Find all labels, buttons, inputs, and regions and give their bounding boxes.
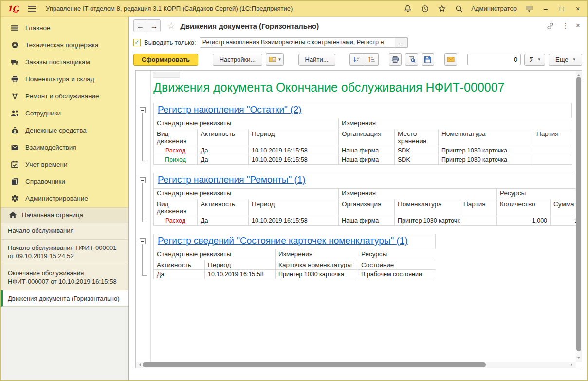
sidebar-item-label: Главное: [25, 24, 51, 32]
history-icon[interactable]: [420, 4, 430, 14]
horizontal-scrollbar[interactable]: [136, 362, 576, 368]
minimize-button[interactable]: –: [541, 5, 550, 13]
preview-button[interactable]: [405, 53, 418, 66]
sidebar-item-time[interactable]: Учет времени: [1, 156, 128, 173]
column-header-cell: Состояние: [358, 260, 436, 270]
back-button[interactable]: ←: [134, 20, 147, 32]
save-button[interactable]: [422, 53, 434, 66]
sidebar-item-stock[interactable]: Номенклатура и склад: [1, 71, 128, 88]
add-favorite-star-icon[interactable]: ☆: [167, 20, 175, 31]
column-header-cell: Активность: [154, 260, 205, 270]
close-form-button[interactable]: ×: [576, 21, 580, 30]
column-header-cell: Активность: [198, 129, 249, 146]
collapse-group-line: [142, 244, 147, 276]
collapse-groups-button[interactable]: [349, 53, 364, 66]
table-cell: 10.10.2019 16:15:58: [249, 216, 339, 226]
group-header-cell: Ресурсы: [358, 249, 436, 260]
report-spreadsheet: Движения документа Окончание обслуживани…: [135, 70, 582, 368]
section-link[interactable]: Регистр сведений "Состояние карточек ном…: [158, 235, 408, 246]
section-heading: Регистр накопления "Ремонты" (1): [153, 173, 576, 188]
sidebar-item-main[interactable]: Главное: [1, 19, 128, 37]
print-button[interactable]: [389, 53, 402, 66]
favorites-star-icon[interactable]: [437, 4, 447, 14]
table-cell: Да: [154, 270, 205, 279]
report-view: Движения документа Окончание обслуживани…: [152, 71, 576, 279]
sidebar-filler: [1, 307, 128, 380]
table-cell: Наша фирма: [339, 146, 395, 155]
1c-logo-icon: 1С: [7, 4, 20, 14]
column-header-cell: Сумма: [551, 199, 576, 216]
get-link-icon[interactable]: [546, 21, 555, 30]
table-cell: Да: [198, 146, 249, 155]
printer-icon: [11, 75, 19, 83]
forward-button[interactable]: →: [147, 20, 160, 32]
more-menu-kebab-icon[interactable]: ⋮: [562, 21, 569, 30]
sidebar-item-support[interactable]: Техническая поддержка: [1, 37, 128, 54]
report-variants-button[interactable]: ▾: [266, 53, 284, 66]
section-link[interactable]: Регистр накопления "Ремонты" (1): [158, 174, 306, 185]
send-email-button[interactable]: [444, 53, 457, 66]
table-cell: Принтер 1030 карточка: [439, 155, 533, 165]
column-header-cell: Партия: [533, 129, 572, 146]
collapse-group-button[interactable]: [140, 177, 146, 183]
gear-icon: [11, 194, 19, 203]
table-cell: SDK: [395, 146, 439, 155]
service-menu-icon[interactable]: [524, 4, 534, 14]
window-tab[interactable]: Начало обслуживания: [1, 223, 128, 240]
table-row: РасходДа10.10.2019 16:15:58Наша фирмаSDK…: [154, 146, 572, 155]
sidebar: ГлавноеТехническая поддержкаЗаказы поста…: [1, 17, 129, 380]
filter-choose-button[interactable]: ...: [395, 37, 408, 48]
collapse-group-button[interactable]: [140, 238, 146, 244]
table-cell: Расход: [154, 216, 198, 226]
sidebar-item-repair[interactable]: Ремонт и обслуживание: [1, 88, 128, 105]
sidebar-item-orders[interactable]: Заказы поставщикам: [1, 54, 128, 71]
sidebar-item-label: Ремонт и обслуживание: [25, 93, 99, 100]
truck-icon: [11, 58, 19, 66]
column-header-cell: Вид движения: [154, 129, 198, 146]
search-icon[interactable]: [454, 4, 464, 14]
close-app-button[interactable]: ×: [573, 5, 582, 13]
notifications-bell-icon[interactable]: [403, 4, 413, 14]
filter-checkbox[interactable]: ✓: [133, 39, 141, 46]
current-user[interactable]: Администратор: [471, 5, 517, 12]
collapse-group-button[interactable]: [140, 107, 146, 113]
section-heading: Регистр накопления "Остатки" (2): [153, 103, 572, 118]
titlebar: 1С Управление IT-отделом 8, редакция 3.1…: [1, 1, 587, 17]
find-button[interactable]: Найти...: [298, 54, 335, 66]
sidebar-item-label: Денежные средства: [25, 127, 87, 134]
group-header-cell: Стандартные реквизиты: [154, 118, 339, 129]
more-actions-button[interactable]: Еще ▾: [549, 54, 582, 66]
sidebar-item-home[interactable]: Начальная страница: [1, 207, 128, 223]
sidebar-item-money[interactable]: $Денежные средства: [1, 122, 128, 139]
table-cell: Да: [198, 216, 249, 226]
settings-button[interactable]: Настройки...: [213, 54, 263, 66]
table-cell: [460, 216, 497, 226]
sidebar-item-catalogs[interactable]: Справочники: [1, 173, 128, 190]
sidebar-item-interactions[interactable]: Взаимодействия: [1, 139, 128, 156]
sum-function-button[interactable]: Σ ▾: [524, 54, 545, 66]
sort-ascending-icon: [368, 56, 375, 63]
generate-button[interactable]: Сформировать: [133, 54, 198, 66]
sidebar-item-admin[interactable]: Администрирование: [1, 190, 128, 207]
column-header-cell: Количество: [497, 199, 551, 216]
printer-icon: [391, 56, 399, 63]
maximize-button[interactable]: □: [557, 5, 566, 13]
filter-value-input[interactable]: [200, 37, 395, 48]
horizontal-scrollbar-thumb[interactable]: [143, 362, 486, 367]
section-link[interactable]: Регистр накопления "Остатки" (2): [158, 104, 301, 114]
window-tab[interactable]: Движения документа (Горизонтально): [1, 290, 128, 307]
table-cell: 1,000: [497, 216, 551, 226]
window-tab[interactable]: Окончание обслуживания НФИТ-000007 от 10…: [1, 265, 128, 290]
autosum-field[interactable]: [467, 54, 521, 65]
sidebar-item-staff[interactable]: Сотрудники: [1, 105, 128, 122]
vertical-scrollbar[interactable]: [576, 71, 582, 362]
filter-label: Выводить только:: [144, 39, 196, 46]
svg-text:$: $: [14, 129, 17, 133]
main-menu-icon[interactable]: [27, 4, 37, 14]
expand-groups-button[interactable]: [364, 53, 379, 66]
table-cell: В рабочем состоянии: [358, 270, 436, 279]
flags-icon: [11, 92, 19, 100]
save-floppy-icon: [424, 56, 432, 63]
vertical-scrollbar-thumb[interactable]: [576, 77, 581, 351]
window-tab[interactable]: Начало обслуживания НФИТ-000001 от 09.10…: [1, 240, 128, 265]
